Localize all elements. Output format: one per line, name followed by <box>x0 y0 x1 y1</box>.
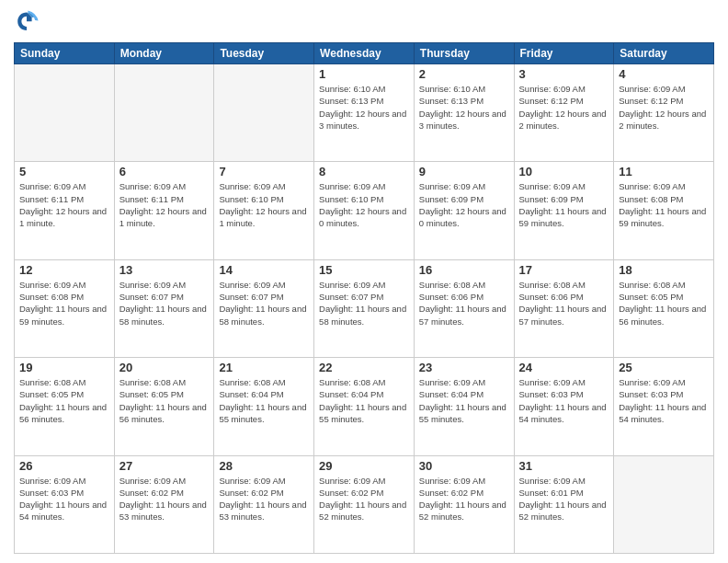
cell-info: Sunrise: 6:08 AM <box>219 376 309 388</box>
cell-info: Daylight: 11 hours and 59 minutes. <box>19 303 109 327</box>
cell-info: Daylight: 11 hours and 58 minutes. <box>219 303 309 327</box>
cell-info: Sunset: 6:09 PM <box>419 193 509 205</box>
cell-info: Sunrise: 6:09 AM <box>519 376 609 388</box>
cell-info: Sunrise: 6:09 AM <box>619 83 709 95</box>
calendar-cell: 17Sunrise: 6:08 AMSunset: 6:06 PMDayligh… <box>514 259 614 357</box>
calendar-cell: 14Sunrise: 6:09 AMSunset: 6:07 PMDayligh… <box>214 259 314 357</box>
cell-info: Sunset: 6:06 PM <box>519 291 609 303</box>
day-number: 19 <box>19 361 109 374</box>
week-row-1: 5Sunrise: 6:09 AMSunset: 6:11 PMDaylight… <box>15 162 714 259</box>
cell-info: Daylight: 12 hours and 3 minutes. <box>419 108 509 132</box>
cell-info: Sunrise: 6:09 AM <box>419 376 509 388</box>
calendar-cell: 19Sunrise: 6:08 AMSunset: 6:05 PMDayligh… <box>15 358 115 455</box>
calendar-cell: 11Sunrise: 6:09 AMSunset: 6:08 PMDayligh… <box>614 162 714 259</box>
day-number: 8 <box>319 165 409 178</box>
cell-info: Daylight: 12 hours and 0 minutes. <box>319 205 409 230</box>
cell-info: Sunrise: 6:09 AM <box>319 475 409 487</box>
cell-info: Sunset: 6:01 PM <box>519 487 609 499</box>
cell-info: Sunset: 6:07 PM <box>319 291 409 303</box>
calendar-cell: 20Sunrise: 6:08 AMSunset: 6:05 PMDayligh… <box>114 358 214 455</box>
cell-info: Sunrise: 6:09 AM <box>419 180 509 192</box>
cell-info: Daylight: 11 hours and 54 minutes. <box>619 401 709 426</box>
day-number: 9 <box>419 165 509 178</box>
cell-info: Sunset: 6:09 PM <box>519 193 609 205</box>
cell-info: Daylight: 12 hours and 2 minutes. <box>519 108 609 132</box>
cell-info: Sunset: 6:08 PM <box>19 291 109 303</box>
cell-info: Sunrise: 6:09 AM <box>519 475 609 487</box>
calendar-cell: 8Sunrise: 6:09 AMSunset: 6:10 PMDaylight… <box>314 162 415 259</box>
calendar-cell: 21Sunrise: 6:08 AMSunset: 6:04 PMDayligh… <box>214 358 314 455</box>
cell-info: Sunrise: 6:09 AM <box>219 180 309 192</box>
cell-info: Daylight: 11 hours and 56 minutes. <box>119 401 210 426</box>
cell-info: Daylight: 11 hours and 52 minutes. <box>419 499 509 523</box>
calendar-cell: 24Sunrise: 6:09 AMSunset: 6:03 PMDayligh… <box>514 358 614 455</box>
cell-info: Sunrise: 6:08 AM <box>19 376 109 388</box>
cell-info: Daylight: 12 hours and 0 minutes. <box>419 205 509 230</box>
cell-info: Sunset: 6:02 PM <box>419 487 509 499</box>
cell-info: Sunset: 6:08 PM <box>619 193 709 205</box>
weekday-friday: Friday <box>514 43 614 64</box>
day-number: 21 <box>219 361 309 374</box>
day-number: 15 <box>319 263 409 277</box>
day-number: 5 <box>19 165 109 178</box>
calendar-cell: 2Sunrise: 6:10 AMSunset: 6:13 PMDaylight… <box>414 64 514 162</box>
cell-info: Sunrise: 6:08 AM <box>119 376 210 388</box>
weekday-wednesday: Wednesday <box>314 43 415 64</box>
page: SundayMondayTuesdayWednesdayThursdayFrid… <box>0 0 728 563</box>
calendar-cell: 25Sunrise: 6:09 AMSunset: 6:03 PMDayligh… <box>614 358 714 455</box>
cell-info: Sunset: 6:07 PM <box>219 291 309 303</box>
day-number: 24 <box>519 361 609 374</box>
cell-info: Sunrise: 6:09 AM <box>619 180 709 192</box>
cell-info: Sunset: 6:06 PM <box>419 291 509 303</box>
cell-info: Sunrise: 6:09 AM <box>19 279 109 291</box>
calendar-cell: 13Sunrise: 6:09 AMSunset: 6:07 PMDayligh… <box>114 259 214 357</box>
day-number: 10 <box>519 165 609 178</box>
cell-info: Sunset: 6:03 PM <box>19 487 109 499</box>
cell-info: Sunrise: 6:09 AM <box>619 376 709 388</box>
cell-info: Sunrise: 6:10 AM <box>419 83 509 95</box>
cell-info: Sunrise: 6:09 AM <box>219 475 309 487</box>
day-number: 23 <box>419 361 509 374</box>
day-number: 11 <box>619 165 709 178</box>
calendar-cell: 5Sunrise: 6:09 AMSunset: 6:11 PMDaylight… <box>15 162 115 259</box>
cell-info: Sunrise: 6:09 AM <box>19 475 109 487</box>
day-number: 20 <box>119 361 210 374</box>
cell-info: Daylight: 11 hours and 57 minutes. <box>419 303 509 327</box>
cell-info: Daylight: 11 hours and 54 minutes. <box>519 401 609 426</box>
calendar-cell: 18Sunrise: 6:08 AMSunset: 6:05 PMDayligh… <box>614 259 714 357</box>
cell-info: Sunset: 6:10 PM <box>319 193 409 205</box>
day-number: 25 <box>619 361 709 374</box>
weekday-sunday: Sunday <box>15 43 115 64</box>
day-number: 2 <box>419 67 509 81</box>
day-number: 29 <box>319 459 409 473</box>
cell-info: Sunrise: 6:09 AM <box>319 180 409 192</box>
calendar-cell: 3Sunrise: 6:09 AMSunset: 6:12 PMDaylight… <box>514 64 614 162</box>
cell-info: Sunset: 6:02 PM <box>319 487 409 499</box>
cell-info: Sunset: 6:11 PM <box>119 193 210 205</box>
calendar-cell <box>214 64 314 162</box>
calendar-cell: 28Sunrise: 6:09 AMSunset: 6:02 PMDayligh… <box>214 455 314 553</box>
cell-info: Daylight: 12 hours and 1 minute. <box>19 205 109 230</box>
calendar-cell: 26Sunrise: 6:09 AMSunset: 6:03 PMDayligh… <box>15 455 115 553</box>
cell-info: Daylight: 11 hours and 59 minutes. <box>619 205 709 230</box>
day-number: 16 <box>419 263 509 277</box>
cell-info: Sunset: 6:05 PM <box>619 291 709 303</box>
cell-info: Sunrise: 6:08 AM <box>419 279 509 291</box>
cell-info: Sunrise: 6:09 AM <box>119 180 210 192</box>
calendar-cell: 1Sunrise: 6:10 AMSunset: 6:13 PMDaylight… <box>314 64 415 162</box>
day-number: 26 <box>19 459 109 473</box>
logo-icon <box>14 9 40 35</box>
calendar-cell <box>614 455 714 553</box>
cell-info: Daylight: 11 hours and 58 minutes. <box>319 303 409 327</box>
day-number: 13 <box>119 263 210 277</box>
day-number: 12 <box>19 263 109 277</box>
cell-info: Sunrise: 6:09 AM <box>19 180 109 192</box>
weekday-tuesday: Tuesday <box>214 43 314 64</box>
week-row-3: 19Sunrise: 6:08 AMSunset: 6:05 PMDayligh… <box>15 358 714 455</box>
cell-info: Sunset: 6:03 PM <box>519 388 609 400</box>
calendar-cell: 16Sunrise: 6:08 AMSunset: 6:06 PMDayligh… <box>414 259 514 357</box>
cell-info: Daylight: 11 hours and 53 minutes. <box>219 499 309 523</box>
day-number: 1 <box>319 67 409 81</box>
day-number: 22 <box>319 361 409 374</box>
cell-info: Daylight: 12 hours and 2 minutes. <box>619 108 709 132</box>
